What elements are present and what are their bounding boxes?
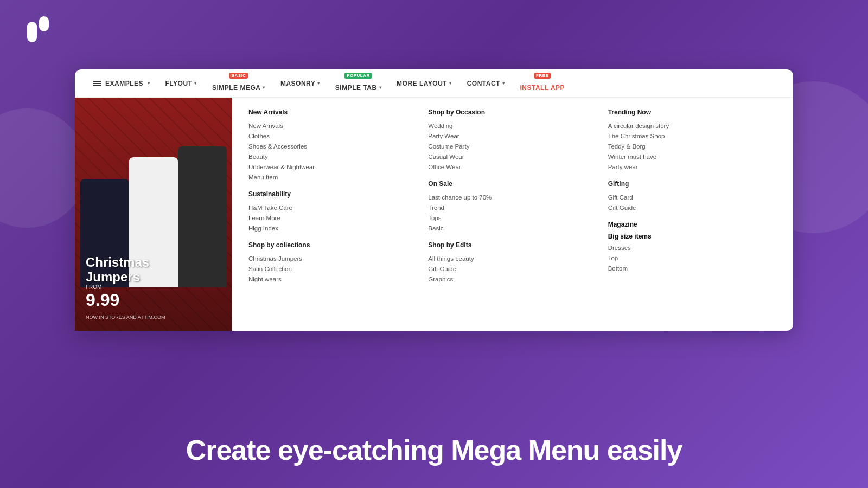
badge-free: FREE [534, 73, 551, 79]
nav-label-contact: CONTACT [467, 80, 500, 87]
nav-label-simple-mega: SIMPLE MEGA [212, 84, 261, 92]
link-dresses[interactable]: Dresses [608, 245, 777, 251]
nav-label-install-app: INSTALL APP [520, 84, 565, 92]
badge-basic: BASIC [229, 73, 248, 79]
nav-item-simple-tab[interactable]: POPULAR SIMPLE TAB ▾ [328, 69, 389, 97]
link-party-wear[interactable]: Party Wear [428, 133, 597, 139]
nav-label-masonry: MaSonRY [280, 80, 315, 87]
nav-item-examples[interactable]: EXAMPLES ▾ [86, 69, 158, 97]
link-top[interactable]: Top [608, 255, 777, 261]
badge-popular: POPULAR [344, 73, 372, 79]
menu-col-1: New Arrivals New Arrivals Clothes Shoes … [248, 108, 417, 320]
link-circular-design[interactable]: A circular design story [608, 123, 777, 129]
chevron-icon: ▾ [317, 81, 320, 86]
chevron-icon: ▾ [502, 81, 505, 86]
chevron-icon: ▾ [379, 85, 382, 90]
navbar: EXAMPLES ▾ FLYOUT ▾ BASIC SIMPLE MEGA ▾ … [75, 69, 793, 98]
col1-title-shop-by-collections: Shop by collections [248, 241, 417, 249]
col3-title-gifting: Gifting [608, 180, 777, 188]
chevron-icon: ▾ [449, 81, 452, 86]
menu-col-2: Shop by Occasion Wedding Party Wear Cost… [428, 108, 597, 320]
link-costume-party[interactable]: Costume Party [428, 143, 597, 150]
col2-title-on-sale: On Sale [428, 180, 597, 188]
nav-item-contact[interactable]: CONTACT ▾ [459, 69, 513, 97]
link-teddy-borg[interactable]: Teddy & Borg [608, 143, 777, 150]
hamburger-icon [93, 81, 101, 86]
nav-item-more-layout[interactable]: MORE LAYOUT ▾ [389, 69, 459, 97]
link-learn-more[interactable]: Learn More [248, 215, 417, 221]
col3-title-trending-now: Trending Now [608, 108, 777, 116]
chevron-icon: ▾ [194, 81, 197, 86]
link-hm-take-care[interactable]: H&M Take Care [248, 204, 417, 211]
link-gift-guide[interactable]: Gift Guide [428, 266, 597, 272]
link-underwear[interactable]: Underwear & Nightwear [248, 164, 417, 170]
link-beauty[interactable]: Beauty [248, 153, 417, 160]
link-party-wear-trend[interactable]: Party wear [608, 164, 777, 170]
image-title-line1: Christmas [86, 255, 149, 269]
mega-menu-content: Christmas Jumpers FROM 9.99 NOW IN STORE… [75, 98, 793, 331]
link-graphics[interactable]: Graphics [428, 276, 597, 282]
image-overlay: Christmas Jumpers FROM 9.99 NOW IN STORE… [86, 255, 165, 320]
link-casual-wear[interactable]: Casual Wear [428, 153, 597, 160]
price-text: 9.99 [86, 290, 165, 310]
link-gift-card[interactable]: Gift Card [608, 194, 777, 201]
tagline-text: Create eye-catching Mega Menu easily [186, 434, 682, 466]
image-subtitle: NOW IN STORES AND AT HM.COM [86, 314, 165, 320]
deco-circle-left [0, 108, 87, 228]
tagline: Create eye-catching Mega Menu easily [0, 434, 868, 466]
link-christmas-jumpers[interactable]: Christmas Jumpers [248, 255, 417, 262]
chevron-icon: ▾ [148, 81, 150, 86]
image-title-line2: Jumpers [86, 269, 140, 284]
nav-item-install-app[interactable]: FREE INSTALL APP [512, 69, 572, 97]
link-new-arrivals[interactable]: New Arrivals [248, 123, 417, 129]
link-bottom[interactable]: Bottom [608, 265, 777, 272]
logo[interactable] [27, 16, 54, 43]
nav-label-examples: EXAMPLES [105, 80, 143, 87]
link-last-chance[interactable]: Last chance up to 70% [428, 194, 597, 201]
nav-label-flyout: FLYOUT [165, 80, 193, 87]
link-basic[interactable]: Basic [428, 225, 597, 232]
link-satin-collection[interactable]: Satin Collection [248, 266, 417, 272]
col2-title-shop-by-edits: Shop by Edits [428, 241, 597, 249]
link-tops[interactable]: Tops [428, 215, 597, 221]
link-clothes[interactable]: Clothes [248, 133, 417, 139]
col1-title-new-arrivals: New Arrivals [248, 108, 417, 116]
nav-item-flyout[interactable]: FLYOUT ▾ [158, 69, 205, 97]
col3-title-big-size-items: Big size items [608, 233, 777, 240]
link-christmas-shop[interactable]: The Christmas Shop [608, 133, 777, 139]
image-panel: Christmas Jumpers FROM 9.99 NOW IN STORE… [75, 98, 232, 331]
link-office-wear[interactable]: Office Wear [428, 164, 597, 170]
link-higg-index[interactable]: Higg Index [248, 225, 417, 232]
col1-title-sustainability: Sustainability [248, 190, 417, 198]
link-wedding[interactable]: Wedding [428, 123, 597, 129]
menu-col-3: Trending Now A circular design story The… [608, 108, 777, 320]
link-gift-guide-col3[interactable]: Gift Guide [608, 204, 777, 211]
nav-label-simple-tab: SIMPLE TAB [335, 84, 377, 92]
menu-columns: New Arrivals New Arrivals Clothes Shoes … [232, 98, 793, 331]
from-label: FROM [86, 284, 165, 290]
link-all-things-beauty[interactable]: All things beauty [428, 255, 597, 262]
link-shoes-accessories[interactable]: Shoes & Accessories [248, 143, 417, 150]
nav-label-more-layout: MORE LAYOUT [397, 80, 447, 87]
col2-title-shop-by-occasion: Shop by Occasion [428, 108, 597, 116]
link-menu-item[interactable]: Menu Item [248, 174, 417, 181]
price-value: 9.99 [86, 290, 119, 310]
main-card: EXAMPLES ▾ FLYOUT ▾ BASIC SIMPLE MEGA ▾ … [75, 69, 793, 331]
link-night-wears[interactable]: Night wears [248, 276, 417, 282]
col3-title-magazine: Magazine [608, 221, 777, 228]
nav-item-masonry[interactable]: MaSonRY ▾ [273, 69, 328, 97]
chevron-icon: ▾ [263, 85, 265, 90]
nav-item-simple-mega[interactable]: BASIC SIMPLE MEGA ▾ [205, 69, 273, 97]
link-trend[interactable]: Trend [428, 204, 597, 211]
link-winter-must-have[interactable]: Winter must have [608, 153, 777, 160]
